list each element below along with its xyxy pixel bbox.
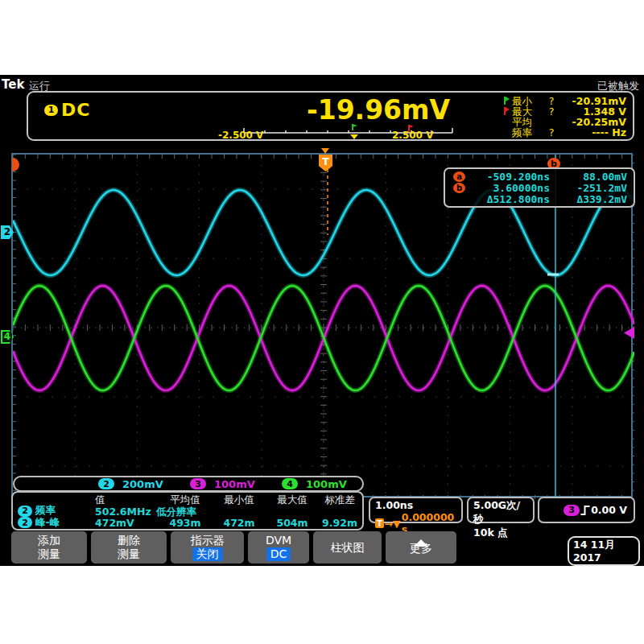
measurement-value: 493m — [156, 517, 214, 529]
cursor-a-time: -509.200ns — [473, 171, 550, 183]
channel-3-badge: 3 — [190, 478, 206, 489]
timebase-readout: 1.00ns T→▼0.000000 s — [369, 497, 463, 523]
cursor-delta-time: Δ512.800ns — [473, 193, 550, 205]
trigger-readout: 3 0.00 V — [538, 497, 635, 523]
cursor-a-value: 88.00mV — [550, 171, 627, 183]
cursor-b-value: -251.2mV — [550, 182, 627, 194]
dvm-main-value: -19.96mV — [270, 94, 487, 126]
menu-histogram-button[interactable]: 柱状图 — [313, 531, 382, 564]
top-status-bar: Tek 运行 已被触发 — [0, 76, 644, 93]
scope-screen: Tek 运行 已被触发 1 DC -19.96mV -2.500 V 2.500… — [0, 75, 644, 566]
col-header: 最大值 — [264, 493, 320, 506]
oscilloscope-screenshot: Tek 运行 已被触发 1 DC -19.96mV -2.500 V 2.500… — [0, 0, 644, 644]
max-marker-icon — [504, 107, 506, 115]
channel-scale-bar: 2200mV 3100mV 4100mV — [13, 476, 364, 492]
col-header: 最小值 — [214, 493, 264, 506]
col-header: 值 — [95, 493, 156, 506]
channel-1-badge: 1 — [44, 105, 58, 116]
col-header: 平均值 — [156, 493, 214, 506]
channel-4-scale[interactable]: 4100mV — [282, 478, 362, 490]
rising-edge-icon — [580, 504, 591, 517]
cursor-b-badge: b — [453, 183, 465, 193]
dvm-readout-panel: 1 DC -19.96mV -2.500 V 2.500 V 最小?-20.91… — [27, 91, 634, 141]
dvm-scale-min-label: -2.500 V — [218, 130, 263, 141]
dvm-mode-label: DC — [61, 100, 90, 120]
menu-more-button[interactable]: 更多 — [386, 531, 456, 564]
acquisition-readout: 5.00G次/秒 10k 点 — [467, 497, 535, 523]
cursor-b-time: 3.60000ns — [473, 182, 550, 194]
trigger-channel-badge: 3 — [564, 505, 580, 516]
measurement-value: 472mV — [95, 517, 156, 529]
stat-value: ---- Hz — [557, 127, 626, 138]
measurement-row-label: 2峰-峰 — [18, 517, 95, 529]
measurement-value: 9.92m — [320, 517, 359, 529]
trigger-position-arrow-icon — [321, 148, 329, 154]
trigger-level-value: 0.00 V — [591, 504, 627, 516]
timebase-scale: 1.00ns — [375, 499, 456, 511]
measurement-value: 472m — [214, 517, 264, 529]
col-header: 标准差 — [320, 493, 359, 506]
channel-4-badge: 4 — [282, 478, 298, 489]
dvm-scale-max-label: 2.500 V — [392, 130, 433, 141]
date-label: 14 11月2017 — [573, 539, 634, 564]
menu-indicator-button[interactable]: 指示器关闭 — [171, 531, 244, 564]
menu-delete-measurement-button[interactable]: 删除测量 — [91, 531, 167, 564]
record-length: 10k 点 — [473, 526, 528, 540]
measurement-value: 低分辨率 — [156, 506, 214, 518]
time-label: 09:17:30 — [573, 564, 634, 577]
tek-logo: Tek — [2, 77, 24, 92]
channel-2-badge: 2 — [98, 478, 114, 489]
trigger-t-icon: T — [375, 518, 384, 528]
stat-label: 频率 — [512, 127, 546, 138]
measurement-value: 502.6MHz — [95, 506, 156, 518]
menu-dvm-button[interactable]: DVMDC — [248, 531, 309, 564]
measurement-table: 值 平均值 最小值 最大值 标准差 2频率 502.6MHz 低分辨率 2峰-峰… — [11, 491, 364, 530]
cursor-a-badge: a — [453, 171, 465, 182]
cursor-delta-value: Δ339.2mV — [550, 193, 627, 205]
channel-3-scale[interactable]: 3100mV — [190, 478, 270, 490]
dvm-statistics: 最小?-20.91mV 最大?1.348 V 平均-20.25mV 频率?---… — [504, 96, 626, 138]
min-marker-icon — [504, 97, 506, 105]
cursor-readout-box: a-509.200ns88.00mV b3.60000ns-251.2mV Δ5… — [444, 167, 635, 208]
datetime-box: 14 11月2017 09:17:30 — [568, 536, 640, 566]
sample-rate: 5.00G次/秒 — [473, 499, 528, 526]
measurement-value: 504m — [264, 517, 320, 529]
channel-2-scale[interactable]: 2200mV — [98, 478, 179, 490]
menu-add-measurement-button[interactable]: 添加测量 — [11, 531, 87, 564]
